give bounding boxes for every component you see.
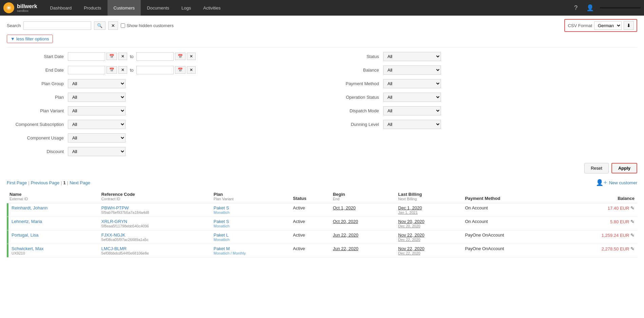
- nav-dashboard[interactable]: Dashboard: [44, 0, 78, 16]
- plan-link[interactable]: Paket L: [214, 232, 288, 238]
- pay-icon[interactable]: ✎: [630, 205, 635, 211]
- filter-dunning-level: Dunning Level All: [329, 119, 631, 130]
- nav-documents[interactable]: Documents: [141, 0, 175, 16]
- new-customer-button[interactable]: 👤+ New customer: [596, 179, 637, 186]
- start-date-to-input[interactable]: [136, 52, 174, 61]
- end-date-from-input[interactable]: [68, 66, 105, 74]
- filter-plan: Plan All: [14, 92, 315, 102]
- nav-products[interactable]: Products: [78, 0, 107, 16]
- customer-name-link[interactable]: Schwickert, Max: [12, 246, 96, 251]
- next-page-link[interactable]: Next Page: [70, 180, 90, 185]
- apply-button[interactable]: Apply: [611, 163, 637, 173]
- billing-cell: Nov 20, 2020 Dec 20, 2020: [395, 217, 462, 230]
- nav-customers[interactable]: Customers: [108, 0, 141, 16]
- filter-component-usage: Component Usage All: [14, 132, 315, 143]
- filter-left-col: Start Date 📅 ✕ to 📅 ✕ End Date: [7, 51, 322, 160]
- balance-select[interactable]: All: [383, 66, 441, 75]
- plan-cell: Paket S Monatlich: [211, 217, 290, 230]
- name-cell: Lehnertz, Maria: [12, 219, 96, 224]
- start-date-to-clear-button[interactable]: ✕: [187, 53, 196, 60]
- end-date-to-clear-button[interactable]: ✕: [187, 66, 196, 74]
- plan-label: Plan: [14, 95, 68, 100]
- plan-variant: Monatlich: [214, 238, 288, 242]
- plan-variant-select[interactable]: All: [68, 106, 125, 115]
- start-date-from-clear-button[interactable]: ✕: [118, 53, 127, 60]
- payment-method-select[interactable]: All: [383, 79, 441, 88]
- refcode-cell: FJXX-NGJK 5ef08ca05f97ac26689a1a5c: [99, 230, 211, 244]
- dunning-level-select[interactable]: All: [383, 120, 441, 129]
- ref-code-link[interactable]: FJXX-NGJK: [101, 232, 208, 238]
- csv-format-select[interactable]: German English: [594, 21, 622, 30]
- discount-select[interactable]: All: [68, 147, 125, 156]
- end-date-to-calendar-button[interactable]: 📅: [175, 66, 186, 74]
- customer-name-link[interactable]: Portugal, Lisa: [12, 232, 96, 238]
- nav-logs[interactable]: Logs: [175, 0, 197, 16]
- last-billing: Nov 22, 2020: [398, 246, 460, 251]
- payment-method-cell: PayOne OnAccount: [462, 244, 556, 258]
- help-icon-button[interactable]: ?: [571, 3, 580, 13]
- pay-icon[interactable]: ✎: [630, 232, 635, 238]
- status-cell: Active: [290, 217, 330, 230]
- search-clear-button[interactable]: ✕: [108, 21, 118, 30]
- customer-name-link[interactable]: Lehnertz, Maria: [12, 219, 96, 224]
- start-date-from-calendar-button[interactable]: 📅: [106, 53, 117, 60]
- ref-code-link[interactable]: PBWH-PTPW: [101, 205, 208, 210]
- end-date-from-clear-button[interactable]: ✕: [118, 66, 127, 74]
- row-indicator: [7, 230, 8, 244]
- begin-date: Oct 1, 2020: [333, 205, 393, 210]
- search-submit-button[interactable]: 🔍: [94, 21, 105, 30]
- filter-grid: Start Date 📅 ✕ to 📅 ✕ End Date: [7, 51, 637, 160]
- plan-cell: Paket M Monatlich / Monthly: [211, 244, 290, 258]
- show-hidden-checkbox[interactable]: [121, 23, 125, 28]
- csv-download-button[interactable]: ⬇: [624, 21, 634, 30]
- nav-activities[interactable]: Activities: [197, 0, 227, 16]
- filter-discount: Discount All: [14, 146, 315, 157]
- col-begin: Begin End: [330, 190, 395, 203]
- begin-date: Oct 20, 2020: [333, 219, 393, 224]
- external-id: UX9210: [12, 251, 96, 255]
- plan-link[interactable]: Paket S: [214, 205, 288, 210]
- last-billing: Dec 1, 2020: [398, 205, 460, 210]
- end-date-from-calendar-button[interactable]: 📅: [106, 66, 117, 74]
- customer-name-link[interactable]: Reinhardt, Johann: [12, 205, 96, 210]
- start-date-from-input[interactable]: [68, 52, 105, 61]
- dispatch-mode-select[interactable]: All: [383, 106, 441, 115]
- dunning-level-label: Dunning Level: [329, 122, 383, 127]
- plan-link[interactable]: Paket M: [214, 246, 288, 251]
- first-page-link[interactable]: First Page: [7, 180, 27, 185]
- start-date-label: Start Date: [14, 54, 68, 59]
- ref-code-link[interactable]: LMCJ-BLMR: [101, 246, 208, 251]
- balance-cell: 17.40 EUR ✎: [556, 203, 637, 217]
- show-hidden-label[interactable]: Show hidden customers: [121, 23, 174, 28]
- reset-button[interactable]: Reset: [584, 163, 609, 173]
- logo[interactable]: billwerk sandbox: [3, 2, 37, 13]
- chevron-down-icon: ▼: [11, 36, 15, 41]
- filter-toggle[interactable]: ▼ less filter options: [7, 35, 53, 43]
- component-usage-select[interactable]: All: [68, 133, 125, 143]
- user-icon-button[interactable]: 👤: [584, 3, 597, 13]
- pay-icon[interactable]: ✎: [630, 219, 635, 224]
- plan-link[interactable]: Paket S: [214, 219, 288, 224]
- contract-id: 5f9ab76ef937b5a7a184a4d8: [101, 210, 208, 214]
- navbar: billwerk sandbox Dashboard Products Cust…: [0, 0, 644, 16]
- previous-page-link[interactable]: Previous Page: [31, 180, 60, 185]
- pay-icon[interactable]: ✎: [630, 246, 635, 251]
- dates-cell: Jun 22, 2020: [330, 244, 395, 258]
- filter-payment-method: Payment Method All: [329, 78, 631, 89]
- username-bar: [600, 7, 641, 8]
- component-subscription-select[interactable]: All: [68, 120, 125, 129]
- next-billing: Dec 22, 2020: [398, 238, 460, 242]
- operation-status-select[interactable]: All: [383, 93, 441, 102]
- start-date-to-calendar-button[interactable]: 📅: [175, 53, 186, 60]
- end-date-to-input[interactable]: [136, 66, 174, 74]
- plan-select[interactable]: All: [68, 93, 125, 102]
- name-cell: Reinhardt, Johann: [12, 205, 96, 210]
- status-select[interactable]: All: [383, 52, 441, 61]
- plan-group-select[interactable]: All: [68, 79, 125, 88]
- search-input[interactable]: [23, 21, 91, 30]
- status-label: Status: [329, 54, 383, 59]
- status-cell: Active: [290, 230, 330, 244]
- col-refcode: Reference Code Contract ID: [99, 190, 211, 203]
- last-billing: Nov 20, 2020: [398, 219, 460, 224]
- ref-code-link[interactable]: XRLR-GRYN: [101, 219, 208, 224]
